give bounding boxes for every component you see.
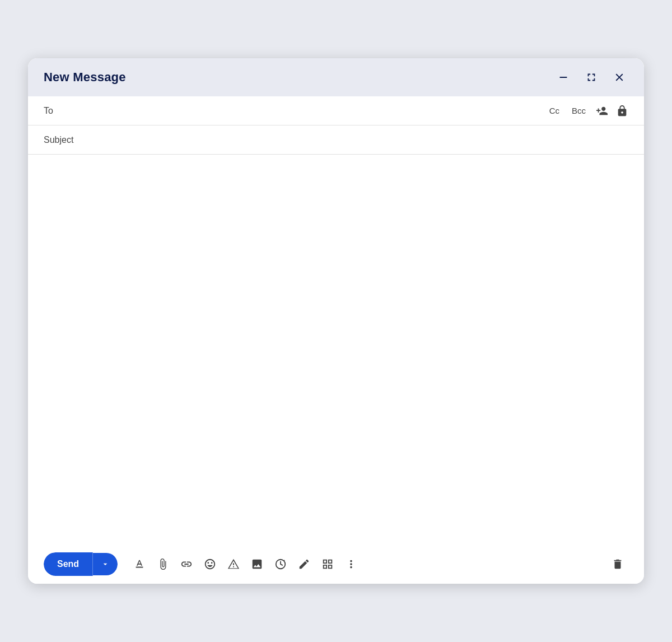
compose-toolbar: Send [28,545,644,584]
schedule-send-icon [274,558,287,570]
to-input[interactable] [71,106,547,116]
drive-button[interactable] [223,553,244,575]
compose-window: New Message To Cc Bcc [28,58,644,584]
subject-input[interactable] [73,135,628,145]
minimize-icon [557,71,570,83]
attach-button[interactable] [152,553,174,575]
photo-button[interactable] [246,553,268,575]
attach-icon [157,558,169,570]
chevron-down-icon [101,560,110,569]
add-recipient-button[interactable] [596,105,608,117]
compose-body [28,155,644,545]
compose-header: New Message [28,58,644,96]
schedule-send-button[interactable] [270,553,291,575]
layout-button[interactable] [317,553,338,575]
drive-icon [227,558,240,570]
emoji-button[interactable] [199,553,221,575]
link-button[interactable] [176,553,197,575]
lock-button[interactable] [616,105,628,117]
signature-icon [298,558,310,570]
delete-icon [612,558,624,570]
layout-icon [321,558,334,570]
compose-title: New Message [44,70,126,85]
close-button[interactable] [610,68,628,86]
add-person-icon [596,105,608,117]
format-text-icon [133,558,146,570]
close-icon [613,71,626,83]
lock-icon [616,105,628,117]
send-button-group: Send [44,552,118,576]
minimize-button[interactable] [554,68,572,86]
to-field-row: To Cc Bcc [28,96,644,125]
format-text-button[interactable] [129,553,150,575]
subject-field-row: Subject [28,125,644,155]
to-actions: Cc Bcc [547,105,628,117]
expand-button[interactable] [582,68,600,86]
to-label: To [44,106,71,116]
emoji-icon [204,558,216,570]
link-icon [180,558,193,570]
header-actions [554,68,628,86]
body-textarea[interactable] [44,164,628,533]
expand-icon [585,71,598,83]
more-options-icon [345,558,357,570]
signature-button[interactable] [293,553,315,575]
send-dropdown-button[interactable] [93,553,118,575]
bcc-button[interactable]: Bcc [570,105,588,117]
subject-label: Subject [44,135,73,145]
more-options-button[interactable] [340,553,362,575]
discard-button[interactable] [607,553,628,575]
photo-icon [251,558,263,570]
cc-button[interactable]: Cc [547,105,562,117]
send-button[interactable]: Send [44,552,93,576]
